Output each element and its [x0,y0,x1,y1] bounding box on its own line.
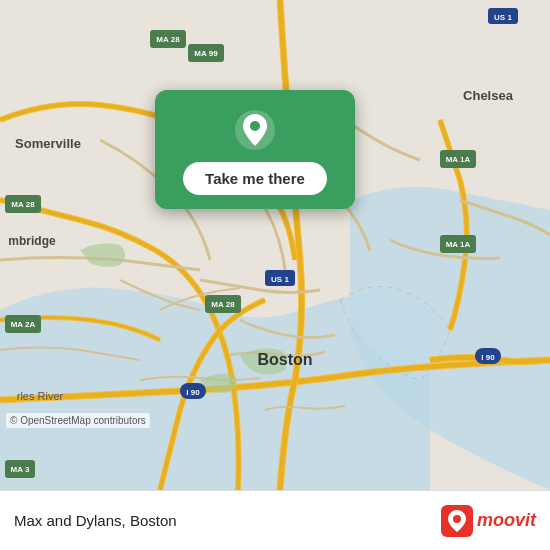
svg-text:MA 2A: MA 2A [11,320,36,329]
svg-text:MA 1A: MA 1A [446,155,471,164]
svg-text:MA 28: MA 28 [11,200,35,209]
take-me-there-button[interactable]: Take me there [183,162,327,195]
map-container: US 1 I 90 I 90 MA 28 MA 28 MA 2A MA 3 MA… [0,0,550,490]
moovit-text: moovit [477,510,536,531]
svg-text:Somerville: Somerville [15,136,81,151]
svg-text:rles River: rles River [17,390,64,402]
svg-text:US 1: US 1 [271,275,289,284]
svg-point-33 [453,515,461,523]
svg-text:MA 28: MA 28 [211,300,235,309]
svg-text:US 1: US 1 [494,13,512,22]
moovit-icon [441,505,473,537]
svg-point-31 [250,121,260,131]
svg-text:mbridge: mbridge [8,234,56,248]
location-pin-icon [233,108,277,152]
map-attribution: © OpenStreetMap contributors [6,413,150,428]
moovit-logo: moovit [441,505,536,537]
svg-text:I 90: I 90 [481,353,495,362]
svg-text:Boston: Boston [257,351,312,368]
svg-text:MA 3: MA 3 [11,465,30,474]
location-label: Max and Dylans, Boston [14,512,177,529]
popup-card[interactable]: Take me there [155,90,355,209]
svg-text:MA 99: MA 99 [194,49,218,58]
svg-text:MA 1A: MA 1A [446,240,471,249]
svg-text:MA 28: MA 28 [156,35,180,44]
svg-text:I 90: I 90 [186,388,200,397]
footer-bar: Max and Dylans, Boston moovit [0,490,550,550]
svg-text:Chelsea: Chelsea [463,88,514,103]
